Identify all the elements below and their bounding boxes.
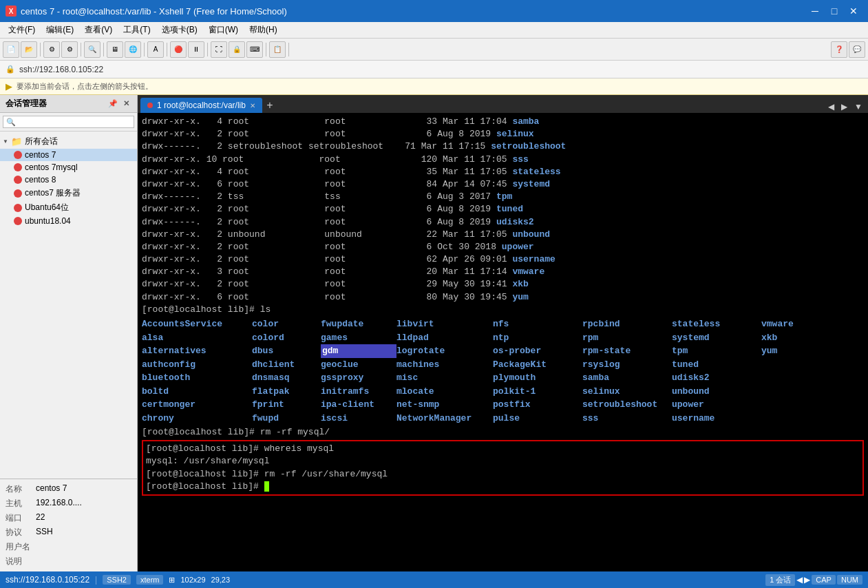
- dir-line-selinux: drwxr-xr-x. 2 root root 6 Aug 8 2019 sel…: [142, 128, 864, 140]
- ls-rpm: rpm: [582, 331, 672, 345]
- status-xterm: xterm: [136, 575, 164, 585]
- ls-upower: upower: [672, 398, 761, 412]
- session-dot-ubuntu64: [14, 204, 22, 212]
- ls-machines: machines: [396, 358, 493, 372]
- tree-label-centos7: centos 7: [25, 150, 56, 160]
- toolbar-btn4[interactable]: ⚙: [61, 41, 78, 58]
- toolbar-open-btn[interactable]: 📂: [21, 41, 37, 58]
- tree-item-centos8[interactable]: centos 8: [0, 174, 137, 186]
- ls-boltd: boltd: [142, 385, 252, 399]
- minimize-button[interactable]: ─: [806, 3, 824, 19]
- prop-value-username: [36, 541, 131, 553]
- dir-line-upower: drwxr-xr-x. 2 root root 6 Oct 30 2018 up…: [142, 241, 864, 253]
- terminal-area: 1 root@localhost:/var/lib ✕ + ◀ ▶ ▼ drwx…: [138, 95, 868, 571]
- tab-add-btn[interactable]: +: [262, 98, 277, 113]
- ls-fwupdate: fwupdate: [321, 317, 396, 331]
- title-bar: X centos 7 - root@localhost:/var/lib - X…: [0, 0, 868, 22]
- ls-systemd: systemd: [672, 331, 761, 345]
- ls-PackageKit: PackageKit: [493, 358, 582, 372]
- prop-value-port: 22: [36, 512, 131, 524]
- session-search-input[interactable]: [3, 116, 134, 128]
- ls-logrotate: logrotate: [396, 344, 493, 358]
- ls-libvirt: libvirt: [396, 317, 493, 331]
- ls-bluetooth: bluetooth: [142, 371, 252, 385]
- toolbar-btn9[interactable]: 🔴: [170, 41, 187, 58]
- info-bar: ▶ 要添加当前会话，点击左侧的箭头按钮。: [0, 78, 868, 95]
- prop-label-desc: 说明: [6, 556, 33, 567]
- tree-label-centos8: centos 8: [25, 175, 56, 185]
- toolbar-sep1: [40, 43, 41, 56]
- tree-item-centos7server[interactable]: centos7 服务器: [0, 186, 137, 200]
- window-title: centos 7 - root@localhost:/var/lib - Xsh…: [21, 6, 287, 17]
- menu-bar: 文件(F) 编辑(E) 查看(V) 工具(T) 选项卡(B) 窗口(W) 帮助(…: [0, 22, 868, 39]
- whereis-cmd: [root@localhost lib]# whereis mysql: [146, 443, 860, 455]
- toolbar-btn8[interactable]: A: [147, 41, 164, 58]
- tree-label-ubuntu1804: ubuntu18.04: [25, 216, 71, 226]
- menu-tabs[interactable]: 选项卡(B): [156, 23, 203, 37]
- rm-mysql-prompt: [root@localhost lib]# rm -rf mysql/: [142, 426, 864, 439]
- ls-plymouth: plymouth: [493, 371, 582, 385]
- dir-line-tpm: drwx------. 2 tss tss 6 Aug 3 2017 tpm: [142, 191, 864, 203]
- toolbar-btn12[interactable]: 🔒: [229, 41, 245, 58]
- ls-dbus: dbus: [252, 344, 321, 358]
- terminal-content[interactable]: drwxr-xr-x. 4 root root 33 Mar 11 17:04 …: [138, 113, 868, 571]
- close-button[interactable]: ✕: [845, 3, 862, 19]
- toolbar-btn5[interactable]: 🔍: [84, 41, 100, 58]
- tab-menu-btn[interactable]: ▼: [851, 101, 865, 113]
- ls-dnsmasq: dnsmasq: [252, 371, 321, 385]
- toolbar-help-btn[interactable]: ❓: [831, 41, 847, 58]
- toolbar-btn11[interactable]: ⛶: [211, 41, 227, 58]
- terminal-tab-1[interactable]: 1 root@localhost:/var/lib ✕: [140, 98, 262, 113]
- info-text: 要添加当前会话，点击左侧的箭头按钮。: [17, 81, 153, 92]
- ls-sss: sss: [582, 412, 672, 426]
- toolbar-btn14[interactable]: 📋: [269, 41, 286, 58]
- tab-prev-btn[interactable]: ◀: [825, 101, 837, 113]
- toolbar-new-btn[interactable]: 📄: [3, 41, 19, 58]
- ls-NetworkManager: NetworkManager: [396, 412, 493, 426]
- toolbar-sep5: [167, 43, 167, 56]
- maximize-button[interactable]: □: [825, 3, 843, 19]
- tree-all-sessions[interactable]: ▼ 📁 所有会话: [0, 134, 137, 149]
- tree-item-centos7[interactable]: centos 7: [0, 149, 137, 161]
- ls-setroubleshoot-ls: setroubleshoot: [582, 398, 672, 412]
- menu-file[interactable]: 文件(F): [3, 23, 41, 37]
- toolbar-btn13[interactable]: ⌨: [246, 41, 263, 58]
- ls-alsa: alsa: [142, 331, 252, 345]
- menu-tools[interactable]: 工具(T): [118, 23, 156, 37]
- tab-close-btn[interactable]: ✕: [250, 102, 255, 109]
- menu-help[interactable]: 帮助(H): [244, 23, 283, 37]
- session-dot-centos7: [14, 151, 22, 159]
- prop-desc: 说明: [6, 554, 131, 569]
- session-panel-title: 会话管理器: [6, 98, 47, 109]
- toolbar-btn3[interactable]: ⚙: [43, 41, 60, 58]
- ls-alternatives: alternatives: [142, 344, 252, 358]
- menu-view[interactable]: 查看(V): [79, 23, 118, 37]
- tree-item-ubuntu1804[interactable]: ubuntu18.04: [0, 215, 137, 227]
- dir-line-tuned: drwxr-xr-x. 2 root root 6 Aug 8 2019 tun…: [142, 203, 864, 216]
- ls-gssproxy: gssproxy: [321, 371, 396, 385]
- status-arrow-left[interactable]: ◀: [796, 575, 803, 585]
- tab-next-btn[interactable]: ▶: [838, 101, 850, 113]
- toolbar-info-btn[interactable]: 💬: [849, 41, 865, 58]
- tree-label-centos7mysql: centos 7mysql: [25, 162, 78, 172]
- status-size-text: 102x29: [180, 576, 205, 584]
- session-close-btn[interactable]: ✕: [121, 98, 131, 109]
- toolbar-btn7[interactable]: 🌐: [125, 41, 141, 58]
- tree-item-centos7mysql[interactable]: centos 7mysql: [0, 161, 137, 174]
- session-pin-btn[interactable]: 📌: [106, 98, 120, 109]
- prop-name: 名称 centos 7: [6, 482, 131, 496]
- ls-net-snmp: net-snmp: [396, 398, 493, 412]
- session-dot-ubuntu1804: [14, 217, 22, 225]
- dir-line-samba: drwxr-xr-x. 4 root root 33 Mar 11 17:04 …: [142, 116, 864, 128]
- session-panel: 会话管理器 📌 ✕ ▼ 📁 所有会话 centos 7 centos 7mysq…: [0, 95, 138, 571]
- toolbar-btn10[interactable]: ⏸: [188, 41, 204, 58]
- menu-window[interactable]: 窗口(W): [203, 23, 244, 37]
- ls-tpm: tpm: [672, 344, 761, 358]
- tree-item-ubuntu64[interactable]: Ubantu64位: [0, 200, 137, 215]
- ls-os-prober: os-prober: [493, 344, 582, 358]
- status-arrow-right[interactable]: ▶: [804, 575, 810, 585]
- ls-postfix: postfix: [493, 398, 582, 412]
- ls-fwupd: fwupd: [252, 412, 321, 426]
- toolbar-btn6[interactable]: 🖥: [107, 41, 123, 58]
- menu-edit[interactable]: 编辑(E): [41, 23, 79, 37]
